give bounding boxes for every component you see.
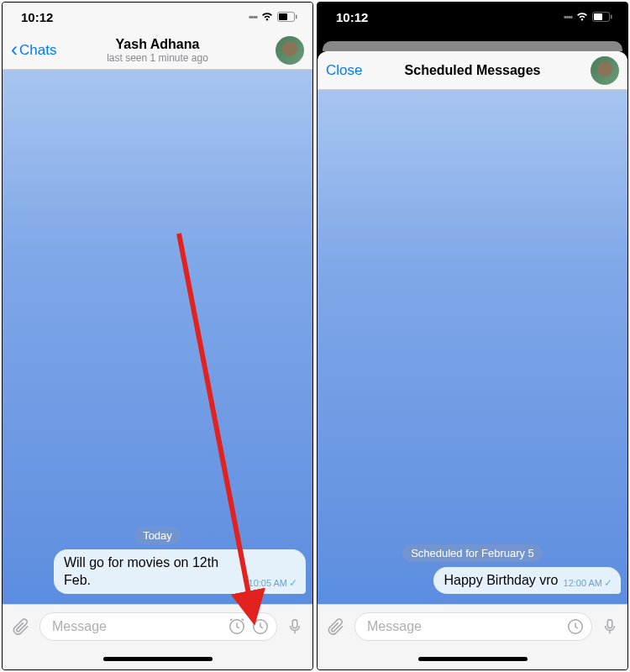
chat-area[interactable]: Today Will go for movies on 12th Feb. 10… bbox=[3, 70, 312, 604]
status-time: 10:12 bbox=[21, 10, 53, 24]
attachment-icon[interactable] bbox=[326, 617, 346, 637]
message-row: Will go for movies on 12th Feb. 10:05 AM… bbox=[9, 549, 306, 594]
status-bar: 10:12 •••• bbox=[318, 3, 627, 31]
battery-icon bbox=[592, 12, 612, 22]
svg-rect-2 bbox=[296, 15, 297, 19]
check-icon: ✓ bbox=[604, 577, 612, 589]
microphone-icon[interactable] bbox=[601, 617, 619, 636]
back-label: Chats bbox=[19, 42, 56, 59]
status-bar: 10:12 •••• bbox=[3, 3, 312, 31]
message-meta: 10:05 AM ✓ bbox=[249, 577, 297, 589]
svg-rect-12 bbox=[607, 619, 612, 627]
microphone-icon[interactable] bbox=[286, 617, 304, 636]
outgoing-message-bubble[interactable]: Will go for movies on 12th Feb. 10:05 AM… bbox=[54, 549, 306, 594]
svg-rect-10 bbox=[611, 15, 612, 19]
message-input[interactable]: Message bbox=[354, 612, 592, 641]
modal-header: Close Scheduled Messages bbox=[318, 51, 627, 90]
home-indicator-area bbox=[318, 648, 627, 669]
cellular-icon: •••• bbox=[564, 13, 572, 22]
message-text: Happy Birthday vro bbox=[444, 572, 558, 590]
battery-icon bbox=[277, 12, 297, 22]
message-text: Will go for movies on 12th Feb. bbox=[64, 554, 244, 590]
chat-title-group[interactable]: Yash Adhana last seen 1 minute ago bbox=[107, 37, 208, 64]
home-indicator[interactable] bbox=[103, 657, 213, 661]
phone-left: 10:12 •••• ‹ Chats Yash Adhana last seen… bbox=[2, 2, 313, 670]
home-indicator[interactable] bbox=[418, 657, 528, 661]
message-time: 10:05 AM bbox=[249, 578, 287, 588]
cellular-icon: •••• bbox=[249, 13, 257, 22]
svg-rect-1 bbox=[279, 13, 287, 20]
avatar[interactable] bbox=[276, 36, 304, 65]
svg-rect-7 bbox=[292, 619, 297, 627]
svg-rect-9 bbox=[594, 13, 602, 20]
chat-area[interactable]: Scheduled for February 5 Happy Birthday … bbox=[318, 90, 627, 604]
attachment-icon[interactable] bbox=[11, 617, 31, 637]
input-placeholder: Message bbox=[52, 619, 223, 634]
close-label: Close bbox=[326, 62, 362, 78]
avatar[interactable] bbox=[591, 56, 619, 85]
scheduled-send-icon[interactable] bbox=[228, 617, 246, 636]
modal-title-group: Scheduled Messages bbox=[405, 63, 541, 78]
status-icons: •••• bbox=[564, 12, 612, 22]
phone-right-screen: 10:12 •••• Close Scheduled Messages bbox=[318, 3, 627, 669]
chat-header: ‹ Chats Yash Adhana last seen 1 minute a… bbox=[3, 31, 312, 70]
chevron-left-icon: ‹ bbox=[11, 39, 18, 60]
phone-right: 10:12 •••• Close Scheduled Messages bbox=[317, 2, 628, 670]
wifi-icon bbox=[260, 12, 274, 22]
modal-title: Scheduled Messages bbox=[405, 63, 541, 78]
message-time: 12:00 AM bbox=[564, 578, 602, 588]
back-button[interactable]: ‹ Chats bbox=[11, 41, 56, 60]
input-bar: Message bbox=[3, 604, 312, 648]
modal-backdrop bbox=[318, 31, 627, 51]
chat-title: Yash Adhana bbox=[107, 37, 208, 52]
input-placeholder: Message bbox=[367, 619, 561, 634]
date-separator: Today bbox=[134, 527, 181, 544]
date-separator: Scheduled for February 5 bbox=[402, 544, 543, 562]
chat-subtitle: last seen 1 minute ago bbox=[107, 52, 208, 64]
message-row: Happy Birthday vro 12:00 AM ✓ bbox=[324, 567, 621, 594]
timer-icon[interactable] bbox=[251, 617, 270, 636]
status-time: 10:12 bbox=[336, 10, 368, 24]
wifi-icon bbox=[575, 12, 589, 22]
check-icon: ✓ bbox=[289, 577, 297, 589]
close-button[interactable]: Close bbox=[326, 62, 362, 79]
outgoing-message-bubble[interactable]: Happy Birthday vro 12:00 AM ✓ bbox=[433, 567, 621, 594]
message-input[interactable]: Message bbox=[39, 612, 277, 641]
timer-icon[interactable] bbox=[566, 617, 585, 636]
status-icons: •••• bbox=[249, 12, 297, 22]
home-indicator-area bbox=[3, 648, 312, 669]
phone-left-screen: 10:12 •••• ‹ Chats Yash Adhana last seen… bbox=[3, 3, 312, 669]
sheet-behind bbox=[323, 41, 622, 51]
input-bar: Message bbox=[318, 604, 627, 648]
message-meta: 12:00 AM ✓ bbox=[564, 577, 612, 589]
